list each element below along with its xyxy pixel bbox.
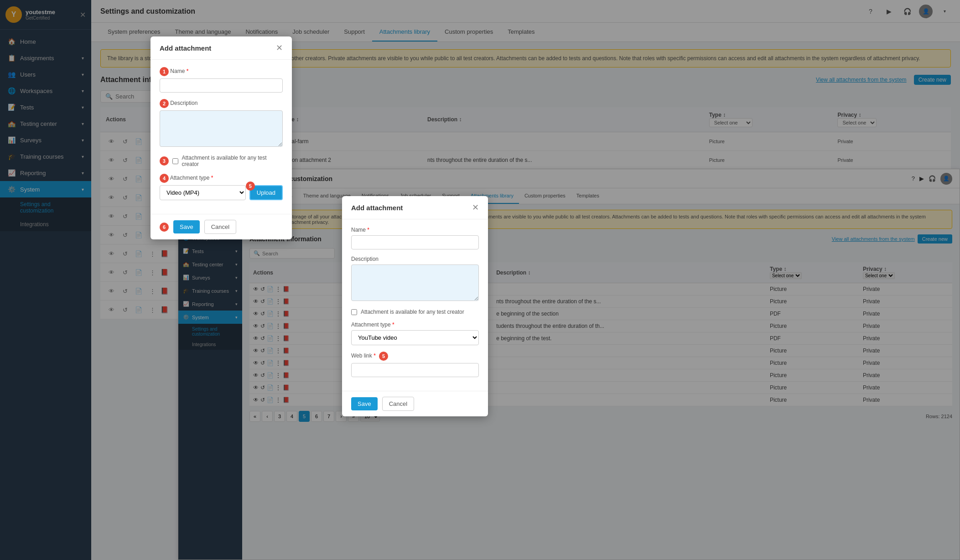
second-modal-close-btn[interactable]: ✕ (472, 202, 479, 213)
first-type-row: Video (MP4) Picture PDF YouTube video 5 … (160, 185, 283, 200)
second-checkbox-group: Attachment is available for any test cre… (351, 309, 479, 315)
second-desc-textarea[interactable] (351, 264, 479, 301)
step-6-badge: 6 (160, 223, 169, 232)
second-type-select[interactable]: YouTube video Video (MP4) Picture PDF (351, 330, 479, 345)
step-5-badge: 5 (246, 181, 255, 191)
step-5-badge-second: 5 (379, 352, 388, 361)
second-modal-header: Add attachment ✕ (342, 196, 488, 219)
second-weblink-input[interactable] (351, 363, 479, 377)
first-desc-textarea[interactable] (160, 110, 283, 147)
second-name-group: Name * (351, 227, 479, 249)
second-cancel-btn[interactable]: Cancel (382, 397, 414, 411)
first-desc-label: 2 Description (160, 99, 283, 108)
second-type-group: Attachment type * YouTube video Video (M… (351, 321, 479, 345)
first-upload-btn[interactable]: 5 Upload (249, 185, 283, 200)
first-name-label: 1 Name * (160, 67, 283, 76)
second-modal-footer: Save Cancel (342, 391, 488, 416)
first-checkbox-group: 3 Attachment is available for any test c… (160, 155, 283, 167)
first-type-label: 4 Attachment type * (160, 174, 283, 183)
second-save-btn[interactable]: Save (351, 397, 378, 410)
step-4-badge: 4 (160, 174, 169, 183)
second-desc-group: Description (351, 256, 479, 302)
first-cancel-btn[interactable]: Cancel (204, 220, 236, 234)
first-modal-body: 1 Name * 2 Description 3 Atta (150, 60, 292, 214)
second-desc-label: Description (351, 256, 479, 262)
first-desc-group: 2 Description (160, 99, 283, 148)
second-name-label: Name * (351, 227, 479, 233)
first-modal-close-btn[interactable]: ✕ (276, 43, 283, 53)
second-name-input[interactable] (351, 235, 479, 249)
modal-overlay: Add attachment ✕ 1 Name * 2 Description (0, 0, 960, 560)
first-add-attachment-modal: Add attachment ✕ 1 Name * 2 Description (150, 36, 292, 239)
step-1-badge: 1 (160, 67, 169, 76)
app-container: Y youtestme GetCertified ✕ 🏠 Home 📋 Assi… (0, 0, 960, 560)
first-available-checkbox[interactable] (172, 158, 178, 164)
step-3-badge: 3 (160, 156, 169, 166)
first-type-select[interactable]: Video (MP4) Picture PDF YouTube video (160, 185, 246, 200)
step-2-badge: 2 (160, 99, 169, 108)
first-name-input[interactable] (160, 78, 283, 93)
second-type-label: Attachment type * (351, 321, 479, 328)
second-add-attachment-modal: Add attachment ✕ Name * Description (342, 196, 488, 416)
second-available-checkbox[interactable] (351, 309, 357, 315)
first-save-btn[interactable]: Save (173, 220, 200, 233)
second-modal-title: Add attachment (351, 204, 403, 212)
first-modal-title: Add attachment (160, 44, 211, 52)
second-weblink-group: Web link * 5 (351, 352, 479, 377)
second-weblink-label: Web link * 5 (351, 352, 479, 361)
second-modal-body: Name * Description Attachment is availab… (342, 219, 488, 391)
first-modal-footer: 6 Save Cancel (150, 214, 292, 239)
first-name-group: 1 Name * (160, 67, 283, 93)
first-type-group: 4 Attachment type * Video (MP4) Picture … (160, 174, 283, 200)
first-modal-header: Add attachment ✕ (150, 36, 292, 60)
